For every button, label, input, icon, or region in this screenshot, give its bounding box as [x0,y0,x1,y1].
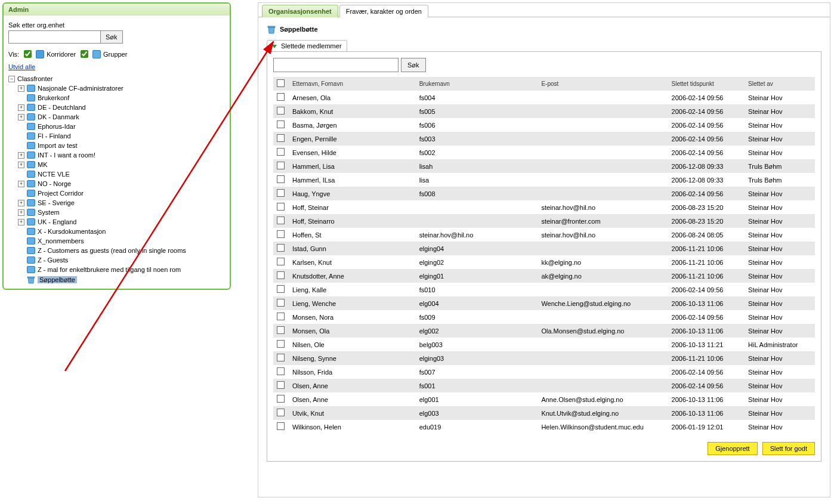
tree-row[interactable]: X - Kursdokumentasjon [8,227,225,236]
row-checkbox[interactable] [277,340,285,348]
tree-row[interactable]: FI - Finland [8,131,225,141]
row-checkbox[interactable] [277,93,285,101]
col-header-name[interactable]: Etternavn, Fornavn [289,77,416,91]
tree-item-label[interactable]: Z - Customers as guests (read only in si… [38,247,186,254]
tree-item-label[interactable]: SE - Sverige [38,199,75,206]
row-checkbox[interactable] [277,230,285,238]
col-header-check[interactable] [273,77,289,91]
tree-expander[interactable]: + [18,104,24,111]
tree-row[interactable]: +Nasjonale CF-administratorer [8,84,225,93]
tree-item-label[interactable]: MK [38,161,48,168]
tree-expander[interactable]: + [18,114,24,120]
row-checkbox[interactable] [277,285,285,293]
corridors-checkbox[interactable] [24,50,32,58]
tree-item-label[interactable]: Ephorus-Idar [38,123,76,130]
tree-row[interactable]: +System [8,208,225,217]
row-checkbox[interactable] [277,175,285,183]
cell-user: fs008 [416,187,538,200]
tree-expander[interactable]: + [18,200,24,206]
tree-item-label[interactable]: NCTE VLE [38,171,70,178]
tree-item-label[interactable]: NO - Norge [38,180,71,187]
row-checkbox[interactable] [277,258,285,265]
tree-row[interactable]: +DK - Danmark [8,112,225,122]
tree-root-label[interactable]: Classfronter [17,75,52,82]
tree-item-label[interactable]: X - Kursdokumentasjon [38,228,106,235]
tree-row[interactable]: +DE - Deutchland [8,103,225,112]
tree-row-recycle[interactable]: Søppelbøtte [8,274,225,285]
tree-row[interactable]: Z - Guests [8,255,225,265]
row-checkbox[interactable] [277,326,285,334]
select-all-checkbox[interactable] [277,79,285,87]
row-checkbox[interactable] [277,299,285,307]
tree-row[interactable]: +NO - Norge [8,179,225,188]
tree-expander[interactable]: + [18,219,24,225]
tree-expander[interactable]: + [18,85,24,92]
tree-row[interactable]: +SE - Sverige [8,198,225,208]
tree-item-label[interactable]: Nasjonale CF-administratorer [38,85,123,92]
tree-item-label[interactable]: DE - Deutchland [38,104,86,111]
tree-row[interactable]: Ephorus-Idar [8,122,225,131]
col-header-user[interactable]: Brukernavn [416,77,538,91]
row-checkbox[interactable] [277,162,285,169]
subtab-deleted-members[interactable]: Slettede medlemmer [267,40,347,52]
tree-row[interactable]: Z - mal for enkeltbrukere med tilgang ti… [8,265,225,274]
cell-time: 2006-11-21 10:06 [668,351,745,365]
row-checkbox[interactable] [277,148,285,156]
tab-absence[interactable]: Fravær, karakter og orden [339,5,428,17]
tree-item-label[interactable]: Project Corridor [38,190,84,197]
tree-expander[interactable]: + [18,209,24,216]
col-header-by[interactable]: Slettet av [745,77,815,91]
tree-expander[interactable]: + [18,181,24,187]
row-checkbox[interactable] [277,134,285,142]
tree-row[interactable]: +UK - England [8,217,225,227]
row-checkbox[interactable] [277,422,285,430]
tree-row[interactable]: Z - Customers as guests (read only in si… [8,246,225,255]
tab-org-unit[interactable]: Organisasjonsenhet [262,5,338,17]
row-checkbox[interactable] [277,244,285,252]
row-checkbox[interactable] [277,409,285,416]
tree-item-label[interactable]: Z - mal for enkeltbrukere med tilgang ti… [38,266,181,273]
row-checkbox[interactable] [277,367,285,375]
tree-row[interactable]: X_nonmembers [8,236,225,246]
tree-item-label[interactable]: UK - England [38,218,76,225]
row-checkbox[interactable] [277,354,285,361]
tree-row[interactable]: NCTE VLE [8,169,225,179]
row-checkbox[interactable] [277,120,285,128]
tree-item-label[interactable]: X_nonmembers [38,237,84,245]
tree-item-label[interactable]: INT - I want a room! [38,151,95,159]
org-search-button[interactable]: Søk [100,30,123,44]
row-checkbox[interactable] [277,381,285,389]
row-checkbox[interactable] [277,203,285,211]
delete-permanently-button[interactable]: Slett for godt [762,442,815,455]
tree-row[interactable]: Project Corridor [8,188,225,198]
tree-item-label[interactable]: Brukerkonf [38,94,69,101]
tree-recycle-label[interactable]: Søppelbøtte [38,276,77,283]
row-checkbox[interactable] [277,217,285,224]
tree-item-label[interactable]: DK - Danmark [38,113,79,120]
org-search-input[interactable] [8,30,101,44]
restore-button[interactable]: Gjenopprett [708,442,757,455]
table-search-button[interactable]: Søk [401,58,426,72]
tree-expander[interactable]: + [18,152,24,159]
tree-expander[interactable]: + [18,162,24,168]
tree-item-label[interactable]: FI - Finland [38,132,71,140]
tree-root-row[interactable]: − Classfronter [8,74,225,84]
groups-checkbox[interactable] [81,50,88,58]
tree-item-label[interactable]: System [38,209,60,216]
tree-row[interactable]: Import av test [8,141,225,150]
col-header-time[interactable]: Slettet tidspunkt [668,77,745,91]
tree-row[interactable]: Brukerkonf [8,93,225,103]
row-checkbox[interactable] [277,189,285,197]
row-checkbox[interactable] [277,313,285,320]
tree-row[interactable]: +MK [8,160,225,169]
tree-row[interactable]: +INT - I want a room! [8,150,225,160]
expand-all-link[interactable]: Utvid alle [8,63,35,70]
col-header-email[interactable]: E-post [538,77,668,91]
row-checkbox[interactable] [277,271,285,279]
row-checkbox[interactable] [277,107,285,115]
table-search-input[interactable] [273,58,399,72]
tree-item-label[interactable]: Import av test [38,142,78,149]
tree-expander[interactable]: − [8,76,15,82]
tree-item-label[interactable]: Z - Guests [38,256,68,264]
row-checkbox[interactable] [277,395,285,403]
